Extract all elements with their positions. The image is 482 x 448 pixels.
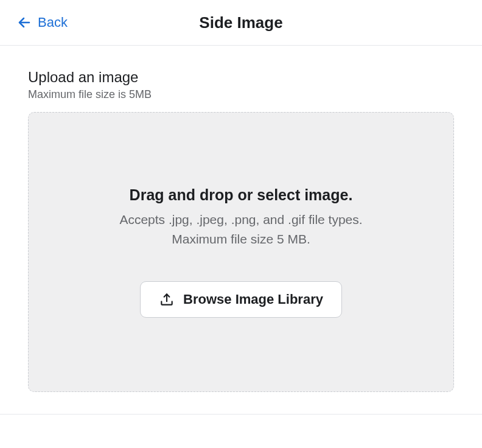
browse-image-library-button[interactable]: Browse Image Library xyxy=(140,281,342,318)
upload-dropzone[interactable]: Drag and drop or select image. Accepts .… xyxy=(28,112,454,392)
upload-section-subtitle: Maximum file size is 5MB xyxy=(28,88,454,101)
content-area: Upload an image Maximum file size is 5MB… xyxy=(0,46,482,409)
dropzone-heading: Drag and drop or select image. xyxy=(130,186,353,204)
browse-button-label: Browse Image Library xyxy=(183,292,323,307)
arrow-left-icon xyxy=(17,15,32,30)
bottom-divider xyxy=(0,414,482,415)
page-header: Back Side Image xyxy=(0,0,482,46)
upload-icon xyxy=(159,292,175,307)
page-title: Side Image xyxy=(199,13,282,32)
dropzone-accepts-text: Accepts .jpg, .jpeg, .png, and .gif file… xyxy=(119,210,362,229)
back-button[interactable]: Back xyxy=(17,15,68,30)
upload-section-title: Upload an image xyxy=(28,69,454,86)
dropzone-maxsize-text: Maximum file size 5 MB. xyxy=(172,229,310,249)
back-button-label: Back xyxy=(38,15,68,30)
